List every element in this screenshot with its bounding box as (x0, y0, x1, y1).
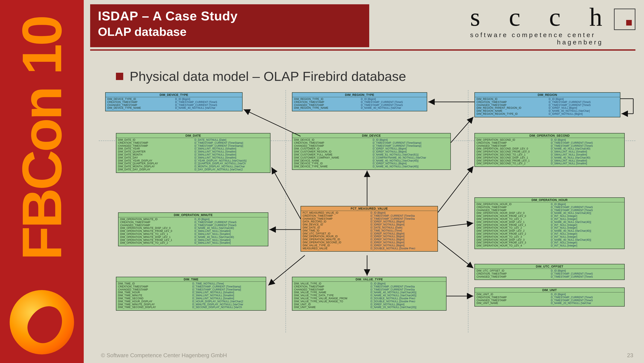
entity-fct-measured-value: FCT_MEASURED_VALUE FCT_MEASURED_VALUE_ID… (300, 206, 438, 252)
entity-title: DIM_TIME (116, 277, 266, 282)
entity-types: D_ID [Bigint] D_TIMESTAMP_CURRENT [TimeS… (175, 98, 240, 110)
svg-line-1 (272, 167, 300, 219)
entity-types: D_ID [Bigint] D_TIMESTAMP_CURRENT [TimeS… (373, 139, 449, 168)
entity-types: D_ID [Bigint] D_TIMESTAMP_CURRENT [TimeS… (549, 98, 618, 116)
conference-sidebar: FBCon 10 (0, 0, 84, 363)
entity-columns: DIM_REGION_ID CREATION_TIMESTAMP CHANGED… (476, 98, 546, 116)
footer-copyright: © Software Competence Center Hagenberg G… (101, 352, 227, 359)
entity-columns: DIM_DEVICE_ID CREATION_TIMESTAMP CHANGED… (294, 139, 370, 168)
entity-dim-device: DIM_DEVICE DIM_DEVICE_ID CREATION_TIMEST… (292, 133, 451, 170)
entity-columns: DIM_OPERATION_HOUR_ID CREATION_TIMESTAMP… (476, 203, 548, 247)
guide-line (286, 90, 286, 333)
entity-types: D_TIME_NOTNULL [Time] D_TIMESTAMP_CURREN… (192, 282, 264, 309)
entity-title: DIM_DEVICE (292, 133, 450, 138)
scch-logo: s c c h software competence center hagen… (470, 4, 629, 47)
entity-types: D_ID [Bigint] D_TIMESTAMP_CURRENT [TimeS… (551, 203, 622, 247)
scch-logo-text: s c c h (470, 4, 629, 30)
entity-title: DIM_UNIT (475, 288, 624, 292)
entity-types: D_ID [Bigint] D_TIMESTAMP_CURRENT [TimeS… (370, 282, 444, 309)
entity-dim-operation-second: DIM_OPERATION_SECOND DIM_OPERATION_SECON… (474, 133, 625, 167)
entity-dim-region: DIM_REGION DIM_REGION_ID CREATION_TIMEST… (474, 92, 620, 117)
section-heading-text: Physical data model – OLAP Firebird data… (130, 69, 406, 84)
entity-columns: FCT_MEASURED_VALUE_ID CREATION_TIMESTAMP… (303, 212, 368, 250)
entity-dim-device-type: DIM_DEVICE_TYPE DIM_DEVICE_TYPE_ID CREAT… (105, 92, 242, 111)
slide-title: ISDAP – A Case Study (98, 8, 362, 23)
scch-tagline-2: hagenberg (470, 39, 629, 46)
entity-dim-time: DIM_TIME DIM_TIME_ID CREATION_TIMESTAMP … (116, 277, 266, 311)
entity-title: DIM_VALUE_TYPE (292, 277, 446, 282)
entity-dim-operation-hour: DIM_OPERATION_HOUR DIM_OPERATION_HOUR_ID… (474, 197, 625, 249)
entity-columns: DIM_TIME_ID CREATION_TIMESTAMP CHANGED_T… (118, 282, 190, 309)
entity-dim-unit: DIM_UNIT DIM_UNIT_ID CREATION_TIMESTAMP … (474, 288, 625, 307)
entity-columns: DIM_OPERATION_MINUTE_ID CREATION_TIMESTA… (120, 218, 192, 245)
conference-brand: FBCon 10 (14, 0, 70, 290)
header-divider (90, 49, 636, 51)
entity-columns: DIM_DATE_ID CREATION_TIMESTAMP CHANGED_T… (118, 139, 192, 171)
entity-dim-region-type: DIM_REGION_TYPE DIM_REGION_TYPE_ID CREAT… (292, 92, 427, 111)
scch-logo-box-icon (614, 8, 636, 30)
entity-types: D_DATE_NOTNULL [Date] D_TIMESTAMP_CURREN… (194, 139, 268, 171)
erd-canvas: DIM_DEVICE_TYPE DIM_DEVICE_TYPE_ID CREAT… (99, 90, 636, 333)
entity-types: D_ID [Bigint] D_TIMESTAMP_CURRENT [TimeS… (551, 293, 622, 305)
slide-subtitle: OLAP database (98, 25, 362, 39)
svg-line-10 (451, 117, 473, 143)
firebird-logo-icon (10, 290, 74, 355)
entity-columns: DIM_UTC_OFFSET_ID CREATION_TIMESTAMP CHA… (476, 270, 548, 278)
entity-columns: DIM_VALUE_TYPE_ID CREATION_TIMESTAMP CHA… (294, 282, 368, 309)
entity-columns: DIM_OPERATION_SECOND_ID CREATION_TIMESTA… (476, 139, 548, 165)
entity-title: DIM_UTC_OFFSET (475, 264, 624, 269)
section-heading: Physical data model – OLAP Firebird data… (116, 69, 406, 84)
entity-types: D_ID [Bigint] D_TIMESTAMP_CURRENT [TimeS… (370, 212, 436, 250)
entity-types: D_ID [Bigint] D_TIMESTAMP_CURRENT [TimeS… (194, 218, 266, 245)
entity-title: DIM_REGION_TYPE (292, 93, 427, 97)
entity-columns: DIM_DEVICE_TYPE_ID CREATION_TIMESTAMP CH… (107, 98, 172, 110)
entity-title: DIM_REGION (475, 93, 620, 97)
page-number: 23 (627, 352, 633, 359)
scch-tagline-1: software competence center (470, 31, 629, 39)
entity-types: D_ID [Bigint] D_TIMESTAMP_CURRENT [TimeS… (551, 270, 622, 278)
entity-types: D_ID [Bigint] D_TIMESTAMP_CURRENT [TimeS… (361, 98, 425, 110)
guide-line (468, 90, 468, 333)
entity-dim-utc-offset: DIM_UTC_OFFSET DIM_UTC_OFFSET_ID CREATIO… (474, 264, 625, 280)
entity-title: DIM_OPERATION_MINUTE (118, 213, 268, 217)
svg-line-9 (244, 109, 300, 136)
entity-title: DIM_DATE (116, 133, 270, 138)
entity-columns: DIM_UNIT_ID CREATION_TIMESTAMP CHANGED_T… (476, 293, 548, 305)
entity-dim-date: DIM_DATE DIM_DATE_ID CREATION_TIMESTAMP … (116, 133, 270, 173)
bullet-icon (116, 73, 123, 80)
entity-types: D_ID [Bigint] D_TIMESTAMP_CURRENT [TimeS… (551, 139, 622, 165)
entity-columns: DIM_REGION_TYPE_ID CREATION_TIMESTAMP CH… (294, 98, 358, 110)
scch-logo-square-icon (626, 20, 632, 25)
entity-title: DIM_OPERATION_SECOND (475, 133, 624, 138)
entity-dim-value-type: DIM_VALUE_TYPE DIM_VALUE_TYPE_ID CREATIO… (292, 277, 446, 311)
slide-header: ISDAP – A Case Study OLAP database (90, 4, 369, 47)
entity-title: FCT_MEASURED_VALUE (301, 206, 438, 211)
entity-dim-operation-minute: DIM_OPERATION_MINUTE DIM_OPERATION_MINUT… (118, 212, 268, 246)
entity-title: DIM_OPERATION_HOUR (475, 198, 624, 202)
entity-title: DIM_DEVICE_TYPE (106, 93, 242, 97)
